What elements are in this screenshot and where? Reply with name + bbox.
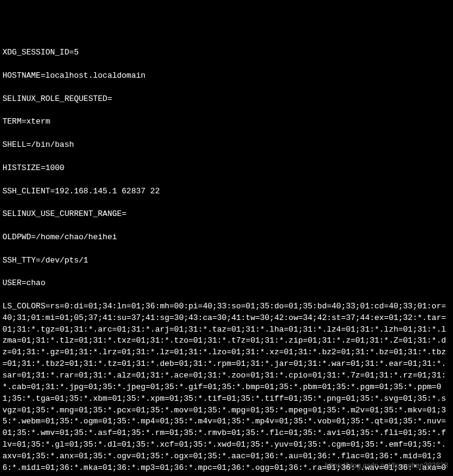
env-user: USER=chao xyxy=(2,278,451,289)
watermark-text: https://blog.csdn.net/liuyuchen282828 xyxy=(325,461,448,471)
env-shell: SHELL=/bin/bash xyxy=(2,139,451,151)
env-histsize: HISTSIZE=1000 xyxy=(2,163,451,174)
env-oldpwd: OLDPWD=/home/chao/heihei xyxy=(2,232,451,244)
env-xdg-session-id: XDG_SESSION_ID=5 xyxy=(2,47,451,59)
env-ls-colors: LS_COLORS=rs=0:di=01;34:ln=01;36:mh=00:p… xyxy=(2,301,451,476)
env-ssh-client: SSH_CLIENT=192.168.145.1 62837 22 xyxy=(2,186,451,198)
env-ssh-tty: SSH_TTY=/dev/pts/1 xyxy=(2,255,451,267)
env-selinux-role-requested: SELINUX_ROLE_REQUESTED= xyxy=(2,94,451,105)
env-term: TERM=xterm xyxy=(2,116,451,128)
env-hostname: HOSTNAME=localhost.localdomain xyxy=(2,70,451,82)
env-selinux-use-current-range: SELINUX_USE_CURRENT_RANGE= xyxy=(2,209,451,220)
